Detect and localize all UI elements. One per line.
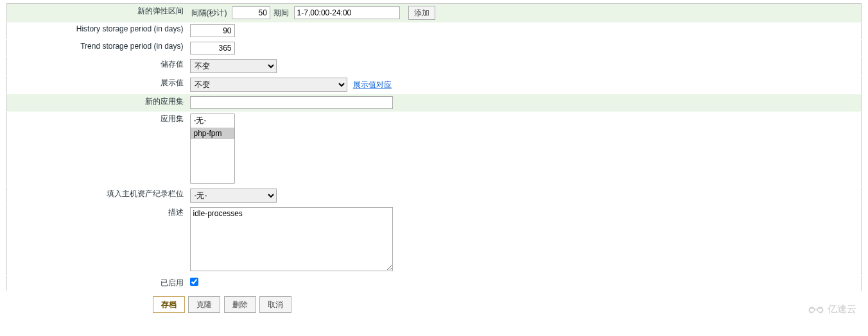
watermark-text: 亿速云 xyxy=(828,303,856,315)
history-label: History storage period (in days) xyxy=(7,22,187,40)
interval-sec-label: 间隔(秒计) xyxy=(191,8,227,17)
add-flex-button[interactable]: 添加 xyxy=(408,6,435,20)
description-textarea[interactable] xyxy=(190,207,393,271)
inventory-label: 填入主机资产纪录栏位 xyxy=(7,187,187,205)
flex-intervals-label: 新的弹性区间 xyxy=(7,4,187,22)
applications-label: 应用集 xyxy=(7,112,187,187)
clone-button[interactable]: 克隆 xyxy=(188,296,220,313)
form-button-bar: 存档 克隆 删除 取消 xyxy=(6,291,862,313)
show-value-label: 展示值 xyxy=(7,76,187,94)
trends-label: Trend storage period (in days) xyxy=(7,40,187,57)
period-label: 期间 xyxy=(273,8,289,17)
enabled-checkbox[interactable] xyxy=(190,278,198,286)
applications-option-phpfpm[interactable]: php-fpm xyxy=(191,128,234,139)
inventory-select[interactable]: -无- xyxy=(190,189,277,203)
trends-input[interactable] xyxy=(190,42,235,55)
new-app-label: 新的应用集 xyxy=(7,94,187,112)
applications-select[interactable]: -无- php-fpm xyxy=(190,113,235,184)
flex-period-input[interactable] xyxy=(294,6,400,19)
new-application-input[interactable] xyxy=(190,96,393,109)
watermark: 亿速云 xyxy=(807,303,856,315)
cloud-infinity-icon xyxy=(807,304,825,315)
description-label: 描述 xyxy=(7,205,187,276)
item-form-table: 新的弹性区间 间隔(秒计) 期间 添加 History storage peri… xyxy=(6,3,862,291)
save-button[interactable]: 存档 xyxy=(153,296,185,313)
store-value-label: 储存值 xyxy=(7,57,187,76)
show-value-select[interactable]: 不变 xyxy=(190,78,347,92)
store-value-select[interactable]: 不变 xyxy=(190,59,277,73)
history-input[interactable] xyxy=(190,24,235,37)
applications-option-none[interactable]: -无- xyxy=(191,114,234,128)
delete-button[interactable]: 删除 xyxy=(224,296,256,313)
show-value-map-link[interactable]: 展示值对应 xyxy=(353,80,392,89)
cancel-button[interactable]: 取消 xyxy=(259,296,291,313)
flex-interval-input[interactable] xyxy=(232,6,270,19)
enabled-label: 已启用 xyxy=(7,276,187,291)
